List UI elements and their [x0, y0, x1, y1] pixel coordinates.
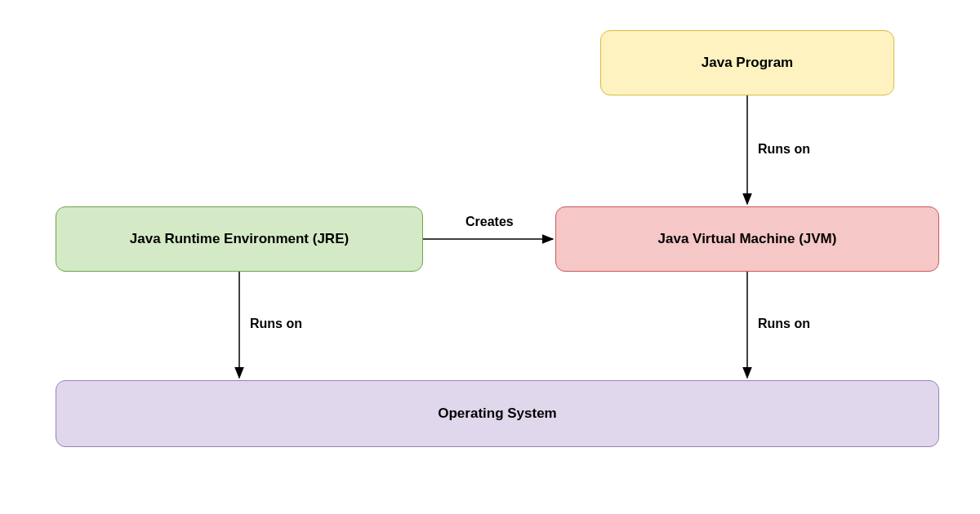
- edge-label-program-to-jvm: Runs on: [756, 142, 812, 157]
- node-java-program: Java Program: [600, 30, 894, 95]
- edge-label-jre-to-os: Runs on: [248, 317, 304, 331]
- node-os: Operating System: [56, 380, 939, 447]
- node-jre-label: Java Runtime Environment (JRE): [130, 231, 349, 247]
- node-jvm: Java Virtual Machine (JVM): [555, 206, 939, 272]
- java-architecture-diagram: Java Program Java Runtime Environment (J…: [0, 0, 980, 514]
- node-jre: Java Runtime Environment (JRE): [56, 206, 423, 272]
- node-java-program-label: Java Program: [702, 55, 793, 71]
- node-os-label: Operating System: [438, 405, 557, 422]
- edge-label-jvm-to-os: Runs on: [756, 317, 812, 331]
- node-jvm-label: Java Virtual Machine (JVM): [658, 231, 837, 247]
- edge-label-jre-to-jvm: Creates: [464, 215, 515, 229]
